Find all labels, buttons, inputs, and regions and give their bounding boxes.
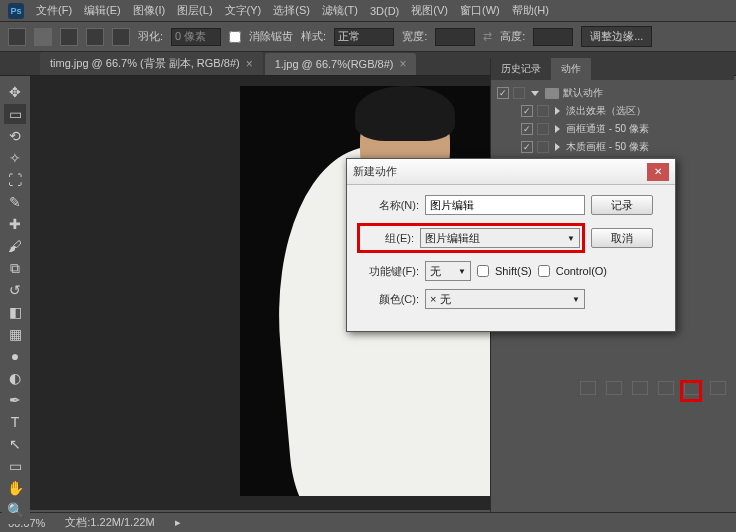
- menu-bar: Ps 文件(F) 编辑(E) 图像(I) 图层(L) 文字(Y) 选择(S) 滤…: [0, 0, 736, 22]
- lasso-tool-icon[interactable]: ⟲: [4, 126, 26, 146]
- trash-icon[interactable]: [710, 381, 726, 395]
- disclosure-right-icon[interactable]: [555, 143, 560, 151]
- blur-tool-icon[interactable]: ●: [4, 346, 26, 366]
- group-label: 组(E):: [362, 231, 414, 246]
- tab-label: timg.jpg @ 66.7% (背景 副本, RGB/8#): [50, 56, 240, 71]
- new-action-dialog: 新建动作 ✕ 名称(N): 记录 组(E): 图片编辑组 ▼ 取消 功能键(F)…: [346, 158, 676, 332]
- menu-3d[interactable]: 3D(D): [370, 5, 399, 17]
- dialog-title: 新建动作: [353, 164, 397, 179]
- highlight-new-action-icon: [680, 380, 702, 402]
- crop-tool-icon[interactable]: ⛶: [4, 170, 26, 190]
- feather-input[interactable]: [171, 28, 221, 46]
- tab-history[interactable]: 历史记录: [491, 58, 551, 80]
- dialog-toggle-icon[interactable]: [537, 123, 549, 135]
- antialias-checkbox[interactable]: [229, 31, 241, 43]
- status-bar: 66.67% 文档:1.22M/1.22M ▸: [0, 512, 736, 532]
- refine-edge-button[interactable]: 调整边缘...: [581, 26, 652, 47]
- toggle-check-icon[interactable]: ✓: [521, 123, 533, 135]
- menu-image[interactable]: 图像(I): [133, 3, 165, 18]
- height-input[interactable]: [533, 28, 573, 46]
- gradient-tool-icon[interactable]: ▦: [4, 324, 26, 344]
- name-label: 名称(N):: [357, 198, 419, 213]
- action-item-fade[interactable]: ✓ 淡出效果（选区）: [491, 102, 734, 120]
- action-label: 淡出效果（选区）: [566, 104, 646, 118]
- folder-icon: [545, 88, 559, 99]
- chevron-right-icon[interactable]: ▸: [175, 516, 181, 529]
- disclosure-down-icon[interactable]: [531, 91, 539, 96]
- doc-info[interactable]: 文档:1.22M/1.22M: [65, 515, 154, 530]
- type-tool-icon[interactable]: T: [4, 412, 26, 432]
- menu-edit[interactable]: 编辑(E): [84, 3, 121, 18]
- move-tool-icon[interactable]: ✥: [4, 82, 26, 102]
- toggle-check-icon[interactable]: ✓: [521, 105, 533, 117]
- dialog-toggle-icon[interactable]: [537, 141, 549, 153]
- tab-timg[interactable]: timg.jpg @ 66.7% (背景 副本, RGB/8#) ×: [40, 52, 263, 75]
- chevron-down-icon: ▼: [567, 234, 575, 243]
- style-select[interactable]: 正常: [334, 28, 394, 46]
- stop-icon[interactable]: [580, 381, 596, 395]
- selection-mode-add-icon[interactable]: [60, 28, 78, 46]
- fnkey-select[interactable]: 无 ▼: [425, 261, 471, 281]
- shape-tool-icon[interactable]: ▭: [4, 456, 26, 476]
- menu-window[interactable]: 窗口(W): [460, 3, 500, 18]
- control-checkbox[interactable]: [538, 265, 550, 277]
- brush-tool-icon[interactable]: 🖌: [4, 236, 26, 256]
- toggle-check-icon[interactable]: ✓: [497, 87, 509, 99]
- fnkey-label: 功能键(F):: [357, 264, 419, 279]
- tab-actions[interactable]: 动作: [551, 58, 591, 80]
- action-item-frame[interactable]: ✓ 画框通道 - 50 像素: [491, 120, 734, 138]
- dialog-toggle-icon[interactable]: [537, 105, 549, 117]
- feather-label: 羽化:: [138, 29, 163, 44]
- action-folder-default[interactable]: ✓ 默认动作: [491, 84, 734, 102]
- close-icon[interactable]: ✕: [647, 163, 669, 181]
- dodge-tool-icon[interactable]: ◐: [4, 368, 26, 388]
- cancel-button[interactable]: 取消: [591, 228, 653, 248]
- pen-tool-icon[interactable]: ✒: [4, 390, 26, 410]
- path-tool-icon[interactable]: ↖: [4, 434, 26, 454]
- menu-help[interactable]: 帮助(H): [512, 3, 549, 18]
- eraser-tool-icon[interactable]: ◧: [4, 302, 26, 322]
- menu-filter[interactable]: 滤镜(T): [322, 3, 358, 18]
- none-icon: ×: [430, 293, 436, 305]
- menu-type[interactable]: 文字(Y): [225, 3, 262, 18]
- stamp-tool-icon[interactable]: ⧉: [4, 258, 26, 278]
- action-label: 画框通道 - 50 像素: [566, 122, 649, 136]
- selection-mode-subtract-icon[interactable]: [86, 28, 104, 46]
- history-brush-tool-icon[interactable]: ↺: [4, 280, 26, 300]
- marquee-tool-icon[interactable]: [8, 28, 26, 46]
- group-value: 图片编辑组: [425, 231, 480, 246]
- menu-layer[interactable]: 图层(L): [177, 3, 212, 18]
- name-input[interactable]: [425, 195, 585, 215]
- record-button[interactable]: 记录: [591, 195, 653, 215]
- selection-mode-intersect-icon[interactable]: [112, 28, 130, 46]
- close-icon[interactable]: ×: [246, 57, 253, 71]
- shift-checkbox[interactable]: [477, 265, 489, 277]
- action-item-wood[interactable]: ✓ 木质画框 - 50 像素: [491, 138, 734, 156]
- toolbox: ✥ ▭ ⟲ ✧ ⛶ ✎ ✚ 🖌 ⧉ ↺ ◧ ▦ ● ◐ ✒ T ↖ ▭ ✋ 🔍: [2, 78, 30, 524]
- menu-select[interactable]: 选择(S): [273, 3, 310, 18]
- color-select[interactable]: × 无 ▼: [425, 289, 585, 309]
- toggle-check-icon[interactable]: ✓: [521, 141, 533, 153]
- hand-tool-icon[interactable]: ✋: [4, 478, 26, 498]
- disclosure-right-icon[interactable]: [555, 107, 560, 115]
- dialog-toggle-icon[interactable]: [513, 87, 525, 99]
- eyedropper-tool-icon[interactable]: ✎: [4, 192, 26, 212]
- menu-file[interactable]: 文件(F): [36, 3, 72, 18]
- tab-1jpg[interactable]: 1.jpg @ 66.7%(RGB/8#) ×: [265, 53, 417, 75]
- magic-wand-tool-icon[interactable]: ✧: [4, 148, 26, 168]
- group-select[interactable]: 图片编辑组 ▼: [420, 228, 580, 248]
- healing-tool-icon[interactable]: ✚: [4, 214, 26, 234]
- disclosure-right-icon[interactable]: [555, 125, 560, 133]
- record-icon[interactable]: [606, 381, 622, 395]
- close-icon[interactable]: ×: [399, 57, 406, 71]
- chevron-down-icon: ▼: [572, 295, 580, 304]
- selection-mode-new-icon[interactable]: [34, 28, 52, 46]
- new-set-icon[interactable]: [658, 381, 674, 395]
- marquee-tool-icon[interactable]: ▭: [4, 104, 26, 124]
- play-icon[interactable]: [632, 381, 648, 395]
- menu-view[interactable]: 视图(V): [411, 3, 448, 18]
- width-input[interactable]: [435, 28, 475, 46]
- height-label: 高度:: [500, 29, 525, 44]
- zoom-tool-icon[interactable]: 🔍: [4, 500, 26, 520]
- dialog-titlebar[interactable]: 新建动作 ✕: [347, 159, 675, 185]
